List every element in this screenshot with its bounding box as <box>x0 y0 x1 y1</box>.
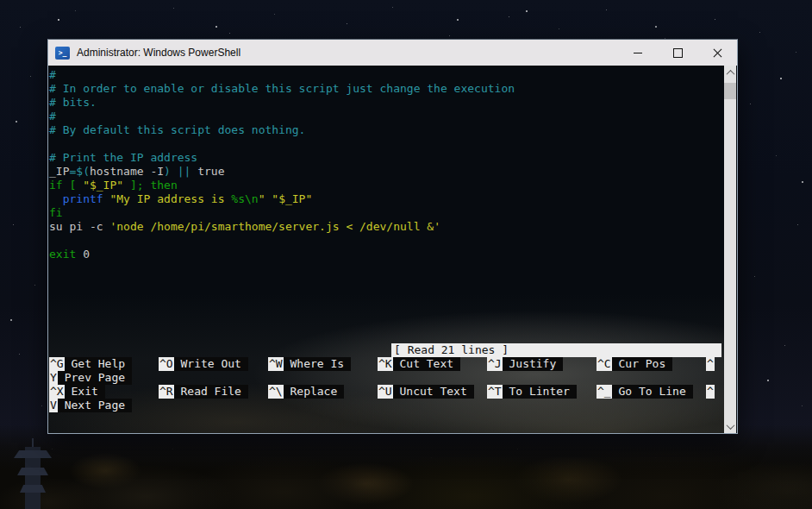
powershell-window: >_ Administrator: Windows PowerShell ## … <box>47 39 738 434</box>
code-line: # In order to enable or disable this scr… <box>49 82 724 96</box>
window-controls <box>618 40 737 66</box>
scroll-down-button[interactable] <box>724 419 736 433</box>
code-line: _IP=$(hostname -I) || true <box>49 165 724 179</box>
chevron-up-icon <box>726 69 734 78</box>
code-line: # <box>49 68 724 82</box>
maximize-icon <box>673 48 683 58</box>
minimize-icon <box>634 53 642 53</box>
code-line <box>49 137 724 151</box>
code-line: # By default this script does nothing. <box>49 123 724 137</box>
nano-shortcut-read-file: ^R Read File <box>159 385 248 399</box>
scroll-up-button[interactable] <box>724 66 736 79</box>
nano-shortcut-write-out: ^O Write Out <box>159 357 248 371</box>
scrollbar[interactable] <box>724 66 736 433</box>
nano-shortcut-replace: ^\ Replace <box>268 385 344 399</box>
nano-shortcut-uncut-text: ^U Uncut Text <box>378 385 474 399</box>
code-line: # bits. <box>49 96 724 110</box>
window-titlebar[interactable]: >_ Administrator: Windows PowerShell <box>48 40 737 66</box>
nano-statusbar: [ Read 21 lines ] <box>391 343 721 357</box>
nano-shortcut-go-to-line: ^_ Go To Line <box>597 385 693 399</box>
code-line: # Print the IP address <box>49 151 724 165</box>
close-icon <box>713 48 722 58</box>
code-line: printf "My IP address is %s\n" "$_IP" <box>49 192 724 206</box>
code-line: # <box>49 110 724 123</box>
nano-shortcut-prev-page: Y Prev Page <box>49 371 132 385</box>
window-title: Administrator: Windows PowerShell <box>77 47 240 59</box>
nano-shortcut-to-linter: ^T To Linter <box>487 385 577 399</box>
nano-shortcut-exit: ^X Exit <box>49 385 105 399</box>
nano-shortcut-cut-text: ^K Cut Text <box>378 357 460 371</box>
nano-shortcut-get-help: ^G Get Help <box>49 357 132 371</box>
chevron-down-icon <box>726 421 734 430</box>
code-line <box>49 234 724 248</box>
code-line: exit 0 <box>49 248 724 261</box>
desktop-wallpaper: >_ Administrator: Windows PowerShell ## … <box>0 0 812 509</box>
code-line: if [ "$_IP" ]; then <box>49 179 724 192</box>
minimize-button[interactable] <box>618 40 658 66</box>
nano-shortcut-cur-pos: ^C Cur Pos <box>597 357 672 371</box>
nano-shortcut-next-page: V Next Page <box>49 399 132 412</box>
powershell-icon[interactable]: >_ <box>55 47 70 60</box>
code-line: su pi -c 'node /home/pi/smarthome/server… <box>49 220 724 234</box>
close-button[interactable] <box>697 40 737 66</box>
code-line: fi <box>49 206 724 220</box>
nano-shortcut-overflow: ^ <box>706 385 715 399</box>
nano-shortcut-where-is: ^W Where Is <box>268 357 351 371</box>
terminal-screen[interactable]: ## In order to enable or disable this sc… <box>48 66 724 433</box>
nano-shortcut-overflow: ^ <box>706 357 715 371</box>
scrollbar-thumb[interactable] <box>724 83 736 99</box>
pagoda-silhouette <box>9 438 57 509</box>
bush-silhouette <box>683 473 812 509</box>
stars-bright <box>0 0 2 2</box>
nano-editor-text: ## In order to enable or disable this sc… <box>49 68 724 261</box>
maximize-button[interactable] <box>658 40 697 66</box>
nano-shortcut-justify: ^J Justify <box>487 357 563 371</box>
